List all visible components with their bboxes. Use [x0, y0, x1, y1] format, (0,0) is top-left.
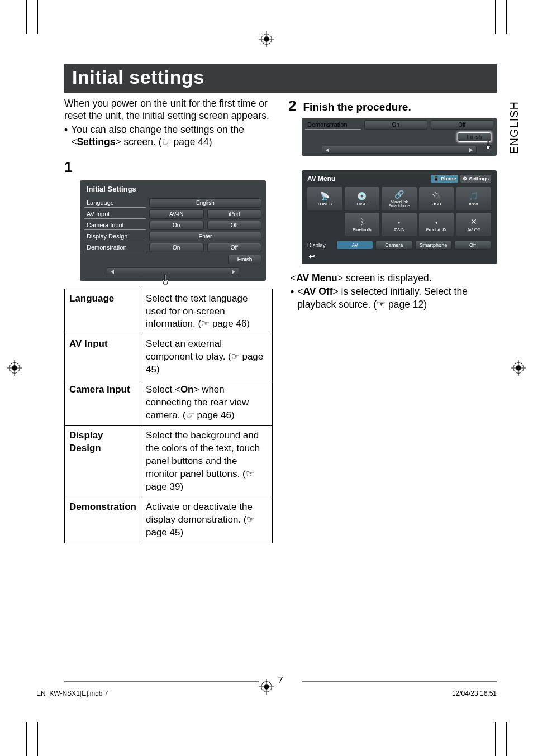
intro-paragraph: When you power on the unit for the first… [64, 97, 273, 122]
display-smartphone-button[interactable]: Smartphone [415, 241, 452, 250]
settings-description-table: Language Select the text language used f… [64, 289, 273, 543]
scroll-bar[interactable] [107, 267, 239, 275]
table-val-avinput: Select an external component to play. (☞… [141, 334, 272, 380]
table-key-language: Language [65, 289, 141, 334]
display-av-button[interactable]: AV [336, 241, 373, 250]
row-camera-label: Camera Input [84, 221, 146, 230]
av-menu-screenshot: AV Menu 📱Phone ⚙Settings 📡TUNER 💿DISC 🔗M… [302, 170, 497, 264]
registration-mark-icon [259, 31, 274, 47]
footer-timestamp: 12/04/23 16:51 [452, 690, 497, 697]
avin-icon: ⬩ [397, 217, 401, 226]
english-button[interactable]: English [149, 198, 261, 208]
display-label: Display [307, 242, 334, 248]
hand-cursor-icon [156, 272, 173, 289]
table-key-avinput: AV Input [65, 334, 141, 380]
av-menu-title: AV Menu [307, 175, 335, 183]
frontaux-source[interactable]: ⬩Front AUX [419, 213, 454, 236]
table-val-demo: Activate or deactivate the display demon… [141, 497, 272, 543]
table-key-demo: Demonstration [65, 497, 141, 543]
footer-rule [302, 681, 497, 682]
registration-mark-icon [7, 360, 22, 376]
table-val-language: Select the text language used for on-scr… [141, 289, 272, 334]
avoff-bullet: • <AV Off> is selected initially. Select… [291, 285, 497, 310]
avin-source[interactable]: ⬩AV-IN [382, 213, 417, 236]
display-camera-button[interactable]: Camera [375, 241, 412, 250]
row-demo-label: Demonstration [84, 243, 146, 252]
demonstration-strip: Demonstration On Off Finish [302, 118, 497, 156]
avoff-source[interactable]: ✕AV Off [456, 213, 491, 236]
avin-button[interactable]: AV-IN [149, 209, 204, 219]
tuner-source[interactable]: 📡TUNER [307, 187, 342, 210]
finish-screenshot-group: Demonstration On Off Finish AV Menu [302, 118, 497, 264]
bluetooth-icon: ᛒ [360, 217, 364, 226]
step-2-number: 2 [288, 97, 296, 114]
table-key-display: DisplayDesign [65, 426, 141, 497]
page-heading: Initial settings [64, 64, 497, 93]
hand-cursor-icon [481, 139, 494, 152]
avoff-icon: ✕ [470, 217, 477, 226]
usb-icon: 🔌 [432, 192, 441, 200]
right-column: 2 Finish the procedure. Demonstration On… [288, 97, 497, 543]
phone-icon: 📱 [433, 176, 439, 181]
row-displaydesign-label: Display Design [84, 232, 146, 241]
display-off-button[interactable]: Off [454, 241, 491, 250]
tuner-icon: 📡 [320, 192, 330, 200]
footer-rule [64, 681, 259, 682]
disc-source[interactable]: 💿DISC [345, 187, 380, 210]
intro-bullet: • You can also change the settings on th… [64, 123, 273, 149]
demo-off-button[interactable]: Off [207, 243, 262, 252]
table-key-camera: Camera Input [65, 380, 141, 426]
enter-button[interactable]: Enter [149, 232, 261, 241]
camera-on-button[interactable]: On [149, 221, 204, 230]
camera-off-button[interactable]: Off [207, 221, 262, 230]
table-val-display: Select the background and the colors of … [141, 426, 272, 497]
table-val-camera: Select <On> when connecting the rear vie… [141, 380, 272, 426]
disc-icon: 💿 [357, 192, 367, 200]
strip-demo-label: Demonstration [305, 120, 361, 130]
strip-on-button[interactable]: On [364, 120, 427, 130]
gear-icon: ⚙ [463, 176, 467, 181]
step-1-number: 1 [64, 159, 273, 176]
source-icon-grid: 📡TUNER 💿DISC 🔗MirrorLink Smartphone 🔌USB… [305, 186, 493, 237]
mirrorlink-icon: 🔗 [394, 190, 404, 199]
back-button[interactable]: ↩ [305, 250, 493, 261]
registration-mark-icon [511, 360, 526, 376]
avmenu-note: <AV Menu> screen is displayed. [291, 272, 497, 284]
ipod-button[interactable]: iPod [207, 209, 262, 219]
footer-filename: EN_KW-NSX1[E].indb 7 [36, 690, 108, 697]
page-number: 7 [278, 675, 283, 686]
settings-button[interactable]: ⚙Settings [460, 175, 491, 183]
strip-off-button[interactable]: Off [431, 120, 494, 130]
phone-button[interactable]: 📱Phone [431, 175, 459, 183]
mirrorlink-source[interactable]: 🔗MirrorLink Smartphone [382, 187, 417, 210]
step-2-title: Finish the procedure. [303, 101, 411, 113]
row-avinput-label: AV Input [84, 209, 146, 219]
print-footer: EN_KW-NSX1[E].indb 7 12/04/23 16:51 [36, 690, 497, 697]
frontaux-icon: ⬩ [434, 217, 439, 226]
ipod-source[interactable]: 🎵iPod [456, 187, 491, 210]
finish-button[interactable]: Finish [228, 255, 261, 264]
left-column: When you power on the unit for the first… [64, 97, 273, 543]
bluetooth-source[interactable]: ᛒBluetooth [345, 213, 380, 236]
usb-source[interactable]: 🔌USB [419, 187, 454, 210]
strip-scroll-bar[interactable] [322, 146, 477, 154]
language-tab: ENGLISH [507, 98, 524, 157]
ipod-icon: 🎵 [469, 192, 478, 200]
initial-settings-title: Initial Settings [84, 184, 261, 197]
initial-settings-screenshot: Initial Settings Language English AV Inp… [80, 180, 266, 281]
row-language-label: Language [84, 198, 146, 208]
demo-on-button[interactable]: On [149, 243, 204, 252]
